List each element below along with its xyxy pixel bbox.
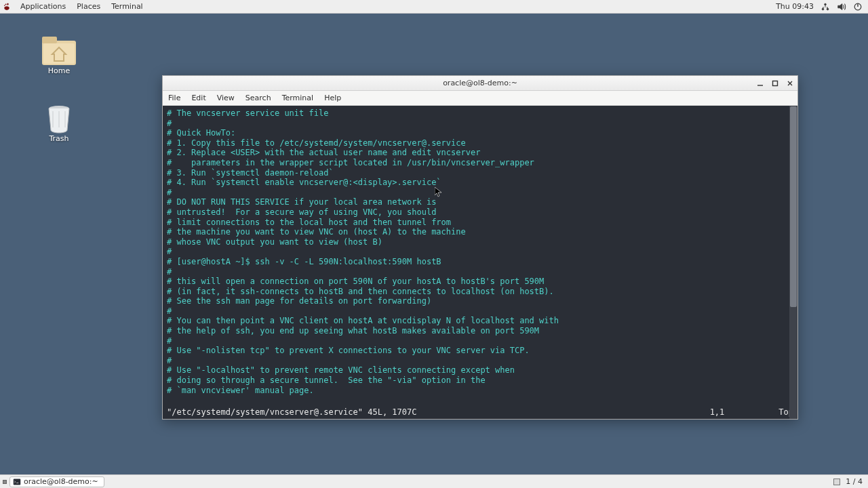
window-titlebar[interactable]: oracle@ol8-demo:~ xyxy=(163,76,797,91)
taskbar-task-terminal[interactable]: oracle@ol8-demo:~ xyxy=(9,476,104,487)
panel-clock[interactable]: Thu 09:43 xyxy=(776,2,814,11)
desktop-trash-label: Trash xyxy=(28,134,90,143)
taskbar-task-label: oracle@ol8-demo:~ xyxy=(24,477,98,486)
menu-applications[interactable]: Applications xyxy=(15,0,71,14)
desktop-home-label: Home xyxy=(28,66,90,75)
vim-status-pos: 1,1 xyxy=(710,407,725,417)
vim-status-file: "/etc/systemd/system/vncserver@.service"… xyxy=(167,407,416,417)
taskbar-show-desktop[interactable] xyxy=(3,480,7,484)
menubar-view[interactable]: View xyxy=(212,91,240,106)
terminal-scrollbar[interactable] xyxy=(789,106,797,419)
desktop-home-icon[interactable]: Home xyxy=(28,35,90,75)
vim-status-line: "/etc/systemd/system/vncserver@.service"… xyxy=(163,405,797,419)
window-close-button[interactable] xyxy=(783,76,797,91)
menubar-edit[interactable]: Edit xyxy=(186,91,211,106)
menubar-help[interactable]: Help xyxy=(319,91,347,106)
menu-terminal[interactable]: Terminal xyxy=(106,0,149,14)
svg-rect-5 xyxy=(42,37,57,43)
menubar-file[interactable]: File xyxy=(163,91,186,106)
volume-icon[interactable] xyxy=(837,2,846,12)
menubar-terminal[interactable]: Terminal xyxy=(277,91,319,106)
workspace-switcher[interactable] xyxy=(833,479,840,485)
bottom-taskbar: oracle@ol8-demo:~ 1 / 4 xyxy=(0,474,868,488)
window-title: oracle@ol8-demo:~ xyxy=(208,79,753,87)
svg-rect-9 xyxy=(14,479,21,485)
menubar-search[interactable]: Search xyxy=(240,91,277,106)
desktop-trash-icon[interactable]: Trash xyxy=(28,103,90,143)
menu-places[interactable]: Places xyxy=(71,0,106,14)
mouse-cursor-icon xyxy=(435,187,443,198)
terminal-menubar: File Edit View Search Terminal Help xyxy=(163,91,797,106)
terminal-window: oracle@ol8-demo:~ File Edit View Search … xyxy=(162,75,798,420)
network-icon[interactable] xyxy=(821,2,830,12)
gnome-top-panel: Applications Places Terminal Thu 09:43 xyxy=(0,0,868,14)
window-minimize-button[interactable] xyxy=(753,76,768,91)
power-icon[interactable] xyxy=(853,2,863,12)
terminal-body[interactable]: # The vncserver service unit file # # Qu… xyxy=(163,106,797,419)
gnome-foot-icon xyxy=(3,3,11,11)
workspace-indicator: 1 / 4 xyxy=(846,477,863,486)
window-maximize-button[interactable] xyxy=(768,76,783,91)
svg-rect-8 xyxy=(773,81,778,85)
